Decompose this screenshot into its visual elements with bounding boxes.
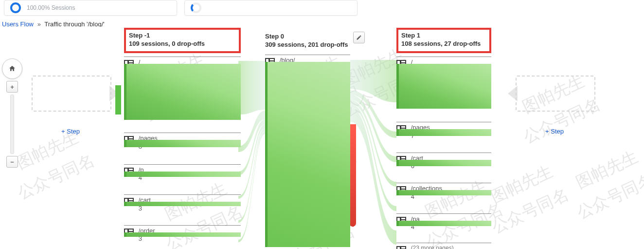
step-subtitle: 109 sessions, 0 drop-offs [129, 40, 205, 47]
pencil-icon [356, 35, 362, 40]
flow-canvas[interactable]: 图帕先生 公众号同名 图帕先生 公众号同名 图帕先生 公众号同名 图帕先生 公众… [0, 27, 644, 249]
card-sessions[interactable]: 100.00% Sessions [4, 0, 177, 16]
step-minus1: Step -1 109 sessions, 0 drop-offs /80 /p… [124, 30, 241, 249]
placeholder-box [32, 76, 111, 112]
flow-node[interactable]: /pa4 [396, 213, 491, 231]
donut-icon [10, 2, 21, 13]
card-sessions-label: 100.00% Sessions [27, 4, 75, 11]
flow-node[interactable]: /pages8 [124, 133, 241, 151]
edit-step-button[interactable] [353, 32, 365, 43]
dropoff-bar [349, 124, 356, 227]
add-step-link[interactable]: + Step [32, 128, 109, 135]
watermark: 公众号同名 [488, 183, 572, 239]
step-0: Step 0 309 sessions, 201 drop-offs /blog… [265, 32, 350, 72]
flow-node[interactable]: /p4 [124, 164, 241, 182]
zoom-slider[interactable] [10, 95, 14, 154]
home-button[interactable] [2, 58, 22, 79]
watermark: 图帕先生 [487, 160, 557, 208]
node-more-label: (23 more pages)23 [411, 245, 454, 249]
flow-node[interactable]: /80 [124, 57, 241, 75]
entry-bar [115, 85, 121, 115]
step-subtitle: 309 sessions, 201 drop-offs [265, 41, 348, 48]
flow-node[interactable]: /blog/309 [265, 55, 350, 73]
flow-node-more[interactable]: (23 more pages)23 [396, 243, 491, 249]
step-title: Step 1 [401, 32, 420, 39]
flow-node[interactable]: /cart6 [396, 153, 491, 171]
page-icon [396, 246, 406, 249]
add-step-link[interactable]: + Step [516, 128, 593, 135]
step-1: Step 1 108 sessions, 27 drop-offs /64 /p… [396, 30, 491, 249]
flow-node[interactable]: /collections4 [396, 183, 491, 201]
watermark: 图帕先生 [572, 145, 642, 193]
step-title: Step 0 [265, 33, 284, 40]
watermark: 公众号同名 [14, 149, 98, 205]
flow-node[interactable]: /order3 [124, 225, 241, 243]
step-header[interactable]: Step 1 108 sessions, 27 drop-offs [396, 28, 491, 53]
card-secondary[interactable] [184, 0, 358, 16]
dropoff-arrow-icon: ⇩ [350, 219, 356, 229]
progress-arc-icon [191, 2, 201, 13]
watermark: 公众号同名 [573, 169, 644, 224]
step-title: Step -1 [129, 32, 150, 39]
flow-node[interactable]: /pages7 [396, 122, 491, 140]
flow-node[interactable]: /cart3 [124, 194, 241, 212]
step-header[interactable]: Step 0 309 sessions, 201 drop-offs [265, 32, 350, 51]
flow-node[interactable]: /64 [396, 57, 491, 75]
zoom-out-button[interactable]: − [6, 156, 18, 168]
placeholder-box [516, 76, 595, 112]
zoom-in-button[interactable]: + [6, 81, 18, 93]
zoom-controls: + − [3, 58, 21, 168]
summary-cards: 100.00% Sessions [0, 0, 644, 19]
home-icon [8, 65, 16, 73]
step-subtitle: 108 sessions, 27 drop-offs [401, 40, 481, 47]
step-header[interactable]: Step -1 109 sessions, 0 drop-offs [124, 28, 241, 53]
